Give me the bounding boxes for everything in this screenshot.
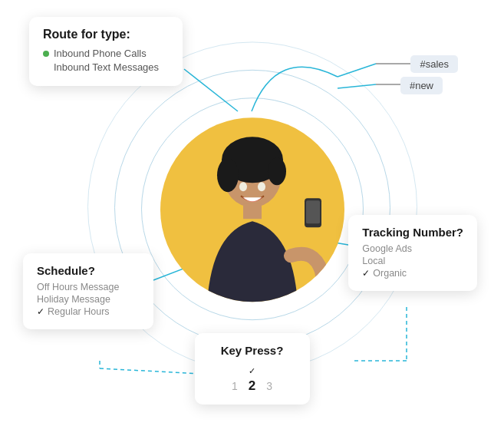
person-svg [160, 117, 344, 302]
route-label-1: Inbound Text Messages [54, 61, 159, 73]
tag-new: #new [400, 77, 443, 94]
kp-num-1: 1 [232, 380, 238, 392]
tag-sales-label: #sales [420, 58, 449, 70]
card-keypress: Key Press? ✓ 1 2 3 [195, 333, 310, 405]
route-item-1: Inbound Text Messages [43, 61, 169, 73]
svg-point-13 [217, 158, 239, 192]
center-circle [160, 117, 344, 302]
card-tracking: Tracking Number? Google Ads Local ✓ Orga… [348, 215, 477, 291]
track-check-2: ✓ [362, 268, 370, 279]
keypress-numbers: 1 2 3 [209, 378, 296, 394]
card-schedule: Schedule? Off Hours Message Holiday Mess… [23, 253, 153, 329]
svg-point-19 [258, 182, 265, 191]
svg-rect-15 [243, 203, 262, 219]
svg-point-14 [268, 157, 286, 185]
sched-label-1: Holiday Message [37, 294, 110, 305]
svg-rect-17 [306, 200, 320, 223]
scene: Route for type: Inbound Phone Calls Inbo… [0, 0, 504, 426]
sched-item-2: ✓ Regular Hours [37, 306, 140, 317]
kp-num-2: 2 [249, 378, 255, 394]
sched-check-2: ✓ [37, 306, 44, 317]
sched-item-1: Holiday Message [37, 294, 140, 305]
tag-sales: #sales [410, 55, 458, 73]
kp-num-3: 3 [266, 380, 272, 392]
card-keypress-title: Key Press? [209, 344, 296, 357]
track-item-0: Google Ads [362, 243, 463, 254]
card-tracking-title: Tracking Number? [362, 226, 463, 239]
track-item-2: ✓ Organic [362, 268, 463, 279]
track-label-2: Organic [373, 268, 407, 279]
sched-label-2: Regular Hours [48, 306, 110, 317]
card-schedule-title: Schedule? [37, 264, 140, 277]
sched-label-0: Off Hours Message [37, 282, 119, 292]
tag-new-label: #new [410, 80, 433, 91]
card-route-title: Route for type: [43, 28, 169, 41]
route-item-0: Inbound Phone Calls [43, 48, 169, 59]
route-active-dot [43, 51, 49, 57]
svg-point-18 [239, 182, 247, 191]
track-item-1: Local [362, 256, 463, 266]
card-route: Route for type: Inbound Phone Calls Inbo… [29, 17, 183, 86]
kp-check-label: ✓ [209, 363, 296, 377]
track-label-0: Google Ads [362, 243, 412, 254]
route-label-0: Inbound Phone Calls [54, 48, 147, 59]
track-label-1: Local [362, 256, 385, 266]
sched-item-0: Off Hours Message [37, 282, 140, 292]
